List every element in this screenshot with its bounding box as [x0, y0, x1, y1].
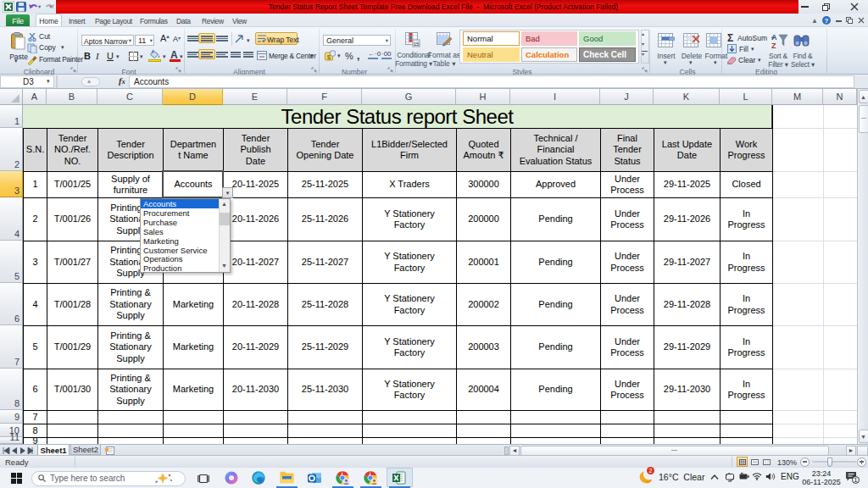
- svg-text:Z: Z: [771, 42, 776, 50]
- svg-text:A: A: [771, 33, 777, 42]
- svg-text:15: 15: [414, 42, 420, 47]
